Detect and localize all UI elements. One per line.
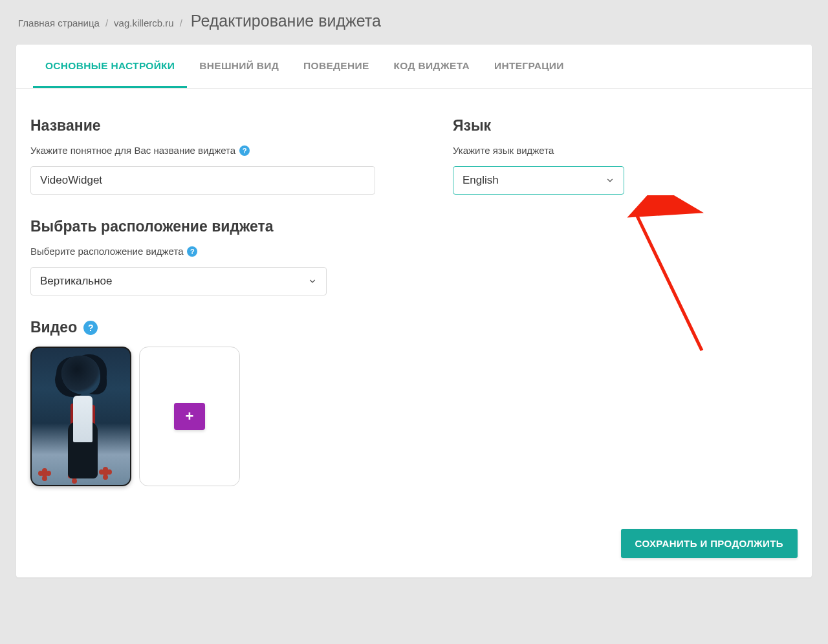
name-heading: Название xyxy=(30,117,375,134)
video-heading: Видео xyxy=(30,319,77,336)
tab-appearance[interactable]: ВНЕШНИЙ ВИД xyxy=(187,45,291,88)
position-group: Выбрать расположение виджета Выберите ра… xyxy=(30,218,375,295)
position-heading: Выбрать расположение виджета xyxy=(30,218,375,235)
language-group: Язык Укажите язык виджета English xyxy=(453,117,798,195)
breadcrumb-sep: / xyxy=(105,17,108,28)
name-group: Название Укажите понятное для Вас назван… xyxy=(30,117,375,195)
help-icon[interactable]: ? xyxy=(239,145,250,156)
breadcrumb-site[interactable]: vag.killercb.ru xyxy=(114,17,174,28)
breadcrumb-sep: / xyxy=(180,17,182,28)
video-group: Видео ? + xyxy=(30,319,375,486)
editor-card: ОСНОВНЫЕ НАСТРОЙКИ ВНЕШНИЙ ВИД ПОВЕДЕНИЕ… xyxy=(16,45,812,577)
help-icon[interactable]: ? xyxy=(187,246,197,257)
widget-name-input[interactable] xyxy=(30,166,375,195)
tab-basic-settings[interactable]: ОСНОВНЫЕ НАСТРОЙКИ xyxy=(33,45,187,88)
language-select[interactable]: English xyxy=(453,166,624,195)
breadcrumb-home[interactable]: Главная страница xyxy=(18,17,100,28)
position-select[interactable]: Вертикальное xyxy=(30,267,327,295)
tab-integrations[interactable]: ИНТЕГРАЦИИ xyxy=(482,45,576,88)
plus-icon: + xyxy=(186,408,194,425)
tab-widget-code[interactable]: КОД ВИДЖЕТА xyxy=(382,45,482,88)
page-title: Редактирование виджета xyxy=(191,12,381,30)
language-description: Укажите язык виджета xyxy=(453,145,554,156)
tab-behavior[interactable]: ПОВЕДЕНИЕ xyxy=(291,45,381,88)
chevron-down-icon xyxy=(308,277,317,286)
breadcrumb: Главная страница / vag.killercb.ru / Ред… xyxy=(18,12,812,30)
chevron-down-icon xyxy=(605,176,615,185)
save-continue-button[interactable]: СОХРАНИТЬ И ПРОДОЛЖИТЬ xyxy=(621,529,798,558)
name-description: Укажите понятное для Вас название виджет… xyxy=(30,145,235,156)
tabs: ОСНОВНЫЕ НАСТРОЙКИ ВНЕШНИЙ ВИД ПОВЕДЕНИЕ… xyxy=(16,45,812,89)
help-icon[interactable]: ? xyxy=(83,321,98,335)
video-add-slot: + xyxy=(139,347,240,486)
position-selected-value: Вертикальное xyxy=(40,275,113,288)
video-thumbnail[interactable] xyxy=(30,347,131,486)
position-description: Выберите расположение виджета xyxy=(30,246,183,257)
language-selected-value: English xyxy=(463,174,499,187)
add-video-button[interactable]: + xyxy=(174,403,205,430)
language-heading: Язык xyxy=(453,117,798,134)
